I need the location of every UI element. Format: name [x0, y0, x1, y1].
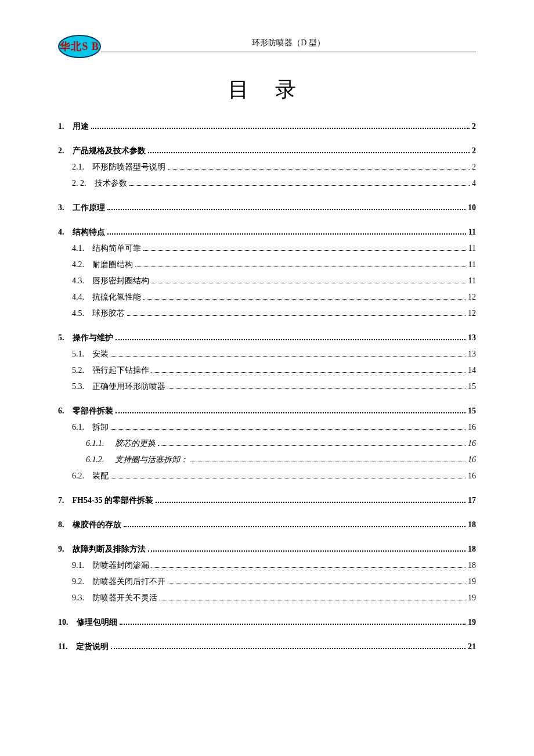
toc-entry[interactable]: 10.修理包明细19 — [58, 617, 476, 628]
toc-leader-dots — [156, 502, 466, 503]
toc-entry[interactable]: 4.结构特点11 — [58, 227, 476, 237]
toc-leader-dots — [129, 185, 470, 186]
toc-entry[interactable]: 11.定货说明21 — [58, 642, 476, 652]
toc-leader-dots — [151, 567, 466, 568]
toc-entry-number: 9.2. — [72, 577, 84, 586]
toc-entry-number: 5. — [58, 333, 64, 343]
toc-entry[interactable]: 2.产品规格及技术参数2 — [58, 146, 476, 156]
toc-entry-page: 19 — [468, 577, 476, 586]
toc-entry-page: 13 — [468, 333, 476, 343]
toc-leader-dots — [158, 445, 466, 446]
toc-entry[interactable]: 3.工作原理10 — [58, 203, 476, 213]
toc-entry-text: 支持圈与活塞拆卸： — [115, 455, 188, 465]
toc-entry[interactable]: 1.用途2 — [58, 121, 476, 132]
toc-entry-page: 19 — [468, 593, 476, 603]
toc-leader-dots — [124, 526, 466, 527]
toc-entry[interactable]: 5.2.强行起下钻操作14 — [58, 365, 476, 376]
toc-entry-page: 11 — [468, 228, 476, 237]
toc-leader-dots — [168, 584, 466, 584]
toc-entry[interactable]: 8.橡胶件的存放18 — [58, 520, 476, 530]
toc-entry-number: 4.1. — [72, 244, 84, 253]
toc-entry-number: 9. — [58, 545, 64, 554]
toc-leader-dots — [190, 462, 466, 462]
toc-entry-page: 12 — [468, 309, 476, 318]
toc-entry-text: 结构特点 — [73, 227, 105, 237]
toc-entry[interactable]: 9.1.防喷器封闭渗漏18 — [58, 560, 476, 571]
toc-leader-dots — [151, 372, 466, 373]
toc-entry[interactable]: 4.5.球形胶芯12 — [58, 308, 476, 319]
toc-entry[interactable]: 4.1.结构简单可靠11 — [58, 243, 476, 254]
toc-entry-number: 9.1. — [72, 561, 84, 570]
toc-entry[interactable]: 4.2.耐磨圈结构11 — [58, 260, 476, 270]
toc-entry-number: 6.1.1. — [86, 439, 104, 448]
toc-entry-page: 17 — [468, 496, 476, 505]
toc-leader-dots — [148, 550, 466, 552]
toc-entry-text: 环形防喷器型号说明 — [92, 162, 165, 172]
toc-entry-number: 5.3. — [72, 382, 84, 391]
toc-entry-number: 6.1.2. — [86, 455, 104, 465]
toc-entry-number: 10. — [58, 618, 68, 627]
toc-leader-dots — [168, 388, 466, 389]
toc-entry[interactable]: 6.1.2.支持圈与活塞拆卸：16 — [58, 455, 476, 465]
table-of-contents: 1.用途22.产品规格及技术参数22.1.环形防喷器型号说明22. 2.技术参数… — [58, 121, 476, 652]
toc-entry-page: 21 — [468, 642, 476, 651]
toc-entry[interactable]: 5.1.安装13 — [58, 349, 476, 359]
toc-entry-text: 装配 — [92, 471, 109, 481]
toc-leader-dots — [120, 624, 466, 625]
toc-entry[interactable]: 6.2.装配16 — [58, 471, 476, 481]
toc-entry-text: 用途 — [73, 121, 89, 132]
toc-entry-page: 2 — [472, 163, 476, 172]
toc-entry[interactable]: 6.零部件拆装15 — [58, 406, 476, 416]
toc-entry[interactable]: 2. 2.技术参数4 — [58, 178, 476, 189]
toc-entry-page: 2 — [472, 146, 476, 156]
toc-entry-number: 4.3. — [72, 276, 84, 286]
toc-entry-text: 橡胶件的存放 — [73, 520, 121, 530]
toc-entry[interactable]: 9.3.防喷器开关不灵活19 — [58, 593, 476, 603]
toc-entry-number: 2. 2. — [72, 179, 86, 188]
toc-entry-number: 1. — [58, 122, 64, 131]
toc-entry[interactable]: 4.3.唇形密封圈结构11 — [58, 276, 476, 286]
toc-entry[interactable]: 6.1.拆卸16 — [58, 422, 476, 433]
toc-entry-page: 16 — [468, 423, 476, 432]
toc-leader-dots — [111, 429, 466, 430]
toc-entry[interactable]: 7.FH54-35 的零部件拆装17 — [58, 495, 476, 506]
toc-entry-page: 15 — [468, 406, 476, 416]
toc-entry-page: 16 — [468, 439, 476, 448]
toc-leader-dots — [127, 315, 466, 316]
toc-entry-page: 18 — [468, 561, 476, 570]
toc-entry[interactable]: 2.1.环形防喷器型号说明2 — [58, 162, 476, 172]
page: 华北S B 环形防喷器（D 型） 目 录 1.用途22.产品规格及技术参数22.… — [0, 0, 534, 689]
header-rule: 环形防喷器（D 型） — [101, 41, 476, 52]
toc-entry-text: FH54-35 的零部件拆装 — [73, 495, 154, 506]
toc-entry-text: 抗硫化氢性能 — [92, 292, 141, 303]
toc-leader-dots — [111, 356, 466, 357]
toc-entry-number: 5.1. — [72, 350, 84, 359]
toc-leader-dots — [160, 600, 466, 600]
toc-entry-text: 产品规格及技术参数 — [73, 146, 146, 156]
toc-entry-page: 18 — [468, 545, 476, 554]
toc-entry[interactable]: 5.3.正确使用环形防喷器15 — [58, 381, 476, 392]
toc-entry[interactable]: 4.4.抗硫化氢性能12 — [58, 292, 476, 303]
toc-entry-page: 16 — [468, 471, 476, 481]
toc-leader-dots — [91, 128, 470, 129]
toc-entry-number: 2.1. — [72, 163, 84, 172]
toc-entry-text: 球形胶芯 — [92, 308, 125, 319]
toc-leader-dots — [135, 267, 466, 267]
toc-entry-text: 防喷器封闭渗漏 — [92, 560, 149, 571]
toc-entry-page: 2 — [472, 122, 476, 131]
toc-entry-page: 16 — [468, 455, 476, 465]
toc-leader-dots — [148, 152, 470, 153]
toc-leader-dots — [143, 250, 466, 251]
toc-entry[interactable]: 9.2.防喷器关闭后打不开19 — [58, 577, 476, 587]
toc-entry-text: 正确使用环形防喷器 — [92, 381, 165, 392]
toc-entry[interactable]: 5.操作与维护13 — [58, 333, 476, 343]
toc-leader-dots — [116, 412, 466, 413]
toc-entry[interactable]: 6.1.1.胶芯的更换16 — [58, 438, 476, 449]
toc-entry-text: 修理包明细 — [77, 617, 117, 628]
toc-entry-number: 5.2. — [72, 366, 84, 375]
toc-entry[interactable]: 9.故障判断及排除方法18 — [58, 544, 476, 555]
toc-entry-number: 6. — [58, 406, 64, 416]
toc-leader-dots — [168, 169, 470, 170]
toc-entry-page: 11 — [468, 260, 476, 269]
toc-entry-number: 3. — [58, 203, 64, 213]
